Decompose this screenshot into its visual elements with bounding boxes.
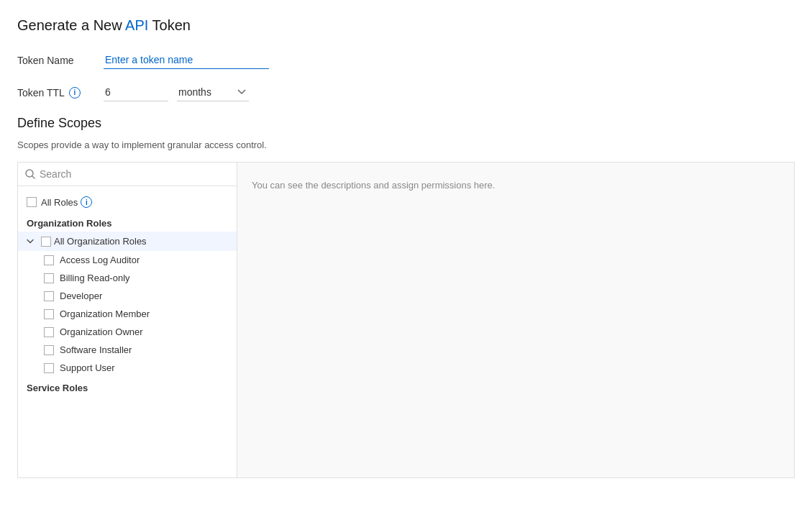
developer-checkbox[interactable] bbox=[44, 291, 54, 301]
list-item[interactable]: Developer bbox=[18, 287, 237, 305]
search-icon bbox=[25, 169, 35, 179]
billing-readonly-label: Billing Read-only bbox=[60, 273, 130, 283]
org-owner-label: Organization Owner bbox=[60, 326, 143, 337]
token-name-row: Token Name bbox=[17, 51, 795, 69]
token-ttl-row: Token TTL i days weeks months years bbox=[17, 83, 795, 101]
support-user-label: Support User bbox=[60, 362, 115, 373]
org-roles-group-title: Organization Roles bbox=[18, 212, 237, 232]
list-item[interactable]: Organization Member bbox=[18, 305, 237, 323]
all-org-roles-checkbox[interactable] bbox=[41, 237, 51, 247]
list-item[interactable]: Software Installer bbox=[18, 341, 237, 359]
org-member-label: Organization Member bbox=[60, 308, 150, 319]
support-user-checkbox[interactable] bbox=[44, 363, 54, 373]
scopes-left-panel: All Roles i Organization Roles All Organ… bbox=[18, 163, 237, 477]
access-log-auditor-label: Access Log Auditor bbox=[60, 255, 140, 265]
all-org-roles-label: All Organization Roles bbox=[54, 236, 147, 247]
list-item[interactable]: Billing Read-only bbox=[18, 269, 237, 287]
ttl-controls: days weeks months years bbox=[104, 83, 249, 101]
ttl-info-icon[interactable]: i bbox=[69, 87, 81, 99]
scopes-panel: All Roles i Organization Roles All Organ… bbox=[17, 162, 795, 478]
search-box bbox=[18, 163, 237, 186]
roles-list: All Roles i Organization Roles All Organ… bbox=[18, 186, 237, 477]
token-name-input[interactable] bbox=[104, 51, 269, 69]
all-org-roles-header[interactable]: All Organization Roles bbox=[18, 232, 237, 251]
developer-label: Developer bbox=[60, 291, 102, 301]
list-item[interactable]: Support User bbox=[18, 359, 237, 377]
access-log-auditor-checkbox[interactable] bbox=[44, 255, 54, 265]
all-roles-label: All Roles i bbox=[41, 196, 92, 208]
list-item[interactable]: Organization Owner bbox=[18, 323, 237, 341]
token-name-label: Token Name bbox=[17, 55, 104, 66]
billing-readonly-checkbox[interactable] bbox=[44, 273, 54, 283]
software-installer-label: Software Installer bbox=[60, 344, 132, 355]
token-ttl-label: Token TTL i bbox=[17, 87, 104, 99]
all-roles-row: All Roles i bbox=[18, 192, 237, 212]
page-title: Generate a New API Token bbox=[17, 17, 795, 34]
list-item[interactable]: Access Log Auditor bbox=[18, 251, 237, 269]
org-member-checkbox[interactable] bbox=[44, 309, 54, 319]
service-roles-group-title: Service Roles bbox=[18, 377, 237, 396]
search-input[interactable] bbox=[40, 168, 229, 180]
org-owner-checkbox[interactable] bbox=[44, 327, 54, 337]
ttl-number-input[interactable] bbox=[104, 83, 168, 101]
scopes-description: Scopes provide a way to implement granul… bbox=[17, 140, 795, 150]
page-container: Generate a New API Token Token Name Toke… bbox=[0, 0, 812, 478]
svg-line-1 bbox=[32, 176, 35, 178]
software-installer-checkbox[interactable] bbox=[44, 345, 54, 355]
all-roles-info-icon[interactable]: i bbox=[81, 196, 92, 208]
scopes-right-panel: You can see the descriptions and assign … bbox=[237, 163, 794, 477]
ttl-unit-select[interactable]: days weeks months years bbox=[177, 83, 249, 101]
scopes-section-title: Define Scopes bbox=[17, 116, 795, 131]
all-roles-checkbox[interactable] bbox=[27, 197, 37, 207]
chevron-down-icon bbox=[27, 239, 38, 244]
scopes-description-panel: You can see the descriptions and assign … bbox=[252, 177, 495, 191]
